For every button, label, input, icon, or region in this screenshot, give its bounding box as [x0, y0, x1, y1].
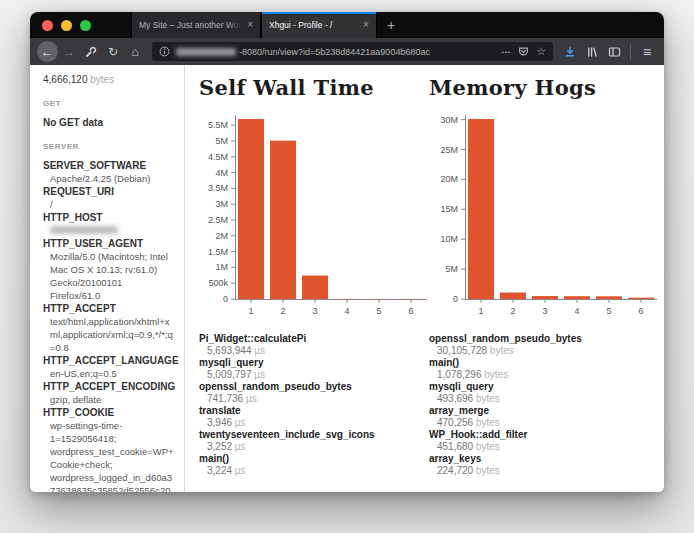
bookmark-star-icon[interactable]: ☆	[536, 45, 546, 58]
redacted-host	[176, 48, 236, 56]
function-value-unit: µs	[243, 393, 257, 404]
chart-bar[interactable]	[238, 119, 264, 299]
y-tick-label: 1.5M	[208, 247, 228, 257]
bytes-value: 4,666,120	[43, 74, 88, 85]
x-tick-label: 1	[478, 306, 483, 316]
redacted-value	[50, 226, 118, 234]
url-text: -8080/run/view?id=5b238d84421aa9004b680a…	[239, 47, 495, 57]
y-tick-label: 0	[453, 294, 458, 304]
tab-title: Xhgui - Profile - /	[269, 20, 358, 30]
sidebar-toggle-icon[interactable]	[603, 41, 625, 63]
x-tick-label: 5	[376, 306, 381, 316]
chart-bar[interactable]	[468, 119, 494, 299]
forward-button[interactable]: →	[58, 41, 80, 63]
function-name-link[interactable]: mysqli_query	[199, 357, 429, 369]
chart-bar[interactable]	[270, 141, 296, 299]
page-content: 4,666,120 bytes GETNo GET dataSERVERSERV…	[30, 65, 664, 492]
function-value: 3,946	[207, 417, 232, 428]
profile-charts-area: Self Wall Time 0500k1M1.5M2M2.5M3M3.5M4M…	[185, 65, 664, 492]
function-value-unit: bytes	[473, 465, 500, 476]
window-minimize-button[interactable]	[61, 20, 72, 31]
site-info-icon[interactable]	[159, 46, 170, 57]
y-tick-label: 2M	[215, 231, 228, 241]
request-info-sidebar: 4,666,120 bytes GETNo GET dataSERVERSERV…	[30, 65, 185, 492]
function-value-unit: µs	[232, 465, 246, 476]
function-name-link[interactable]: main()	[429, 357, 659, 369]
menu-button[interactable]: ≡	[636, 41, 658, 63]
server-key: HTTP_USER_AGENT	[43, 237, 174, 250]
function-name-link[interactable]: Pi_Widget::calculatePi	[199, 333, 429, 345]
bytes-summary: 4,666,120 bytes	[43, 73, 174, 86]
chart-bar[interactable]	[628, 298, 654, 299]
pocket-icon[interactable]	[518, 46, 529, 57]
y-tick-label: 25M	[440, 145, 458, 155]
tab-my-site[interactable]: My Site – Just another WordPress s ×	[131, 12, 261, 38]
x-tick-label: 3	[542, 306, 547, 316]
server-key: HTTP_HOST	[43, 211, 174, 224]
chart-bar[interactable]	[302, 276, 328, 299]
function-value-row: 224,720 bytes	[429, 465, 659, 477]
library-icon[interactable]	[581, 41, 603, 63]
tab-close-icon[interactable]: ×	[247, 20, 253, 30]
address-bar[interactable]: -8080/run/view?id=5b238d84421aa9004b680a…	[152, 42, 553, 61]
function-name-link[interactable]: openssl_random_pseudo_bytes	[199, 381, 429, 393]
function-value-unit: µs	[252, 369, 266, 380]
function-value-row: 451,680 bytes	[429, 441, 659, 453]
function-name-link[interactable]: translate	[199, 405, 429, 417]
function-name-link[interactable]: array_keys	[429, 453, 659, 465]
function-value-row: 741,736 µs	[199, 393, 429, 405]
wrench-icon[interactable]	[80, 41, 102, 63]
tab-xhgui-profile[interactable]: Xhgui - Profile - / ×	[261, 12, 377, 38]
chart-bar[interactable]	[564, 296, 590, 299]
memory-hogs-bar-chart: 05M10M15M20M25M30M123456	[429, 109, 661, 323]
server-value: wp-settings-time-1=1529056418; wordpress…	[43, 419, 174, 492]
function-name-link[interactable]: twentyseventeen_include_svg_icons	[199, 429, 429, 441]
x-tick-label: 1	[248, 306, 253, 316]
server-key: HTTP_COOKIE	[43, 406, 174, 419]
download-icon[interactable]	[559, 41, 581, 63]
x-tick-label: 6	[638, 306, 643, 316]
server-value: en-US,en;q=0.5	[43, 367, 174, 380]
tab-close-icon[interactable]: ×	[363, 20, 369, 30]
x-tick-label: 6	[408, 306, 413, 316]
chart-bar[interactable]	[500, 293, 526, 299]
page-actions-icon[interactable]: •••	[502, 49, 511, 55]
function-name-link[interactable]: mysqli_query	[429, 381, 659, 393]
window-close-button[interactable]	[42, 20, 53, 31]
function-value-row: 3,252 µs	[199, 441, 429, 453]
tab-title: My Site – Just another WordPress s	[139, 20, 242, 30]
server-value: text/html,application/xhtml+xml,applicat…	[43, 315, 174, 354]
function-value-row: 30,105,728 bytes	[429, 345, 659, 357]
window-zoom-button[interactable]	[80, 20, 91, 31]
back-button[interactable]: ←	[36, 41, 58, 63]
function-value: 741,736	[207, 393, 243, 404]
new-tab-button[interactable]: +	[377, 12, 405, 38]
chart-bar[interactable]	[596, 296, 622, 299]
home-button[interactable]: ⌂	[124, 41, 146, 63]
server-value-redacted	[43, 224, 174, 237]
function-name-link[interactable]: main()	[199, 453, 429, 465]
server-value: Mozilla/5.0 (Macintosh; Intel Mac OS X 1…	[43, 250, 174, 302]
function-name-link[interactable]: WP_Hook::add_filter	[429, 429, 659, 441]
y-tick-label: 30M	[440, 115, 458, 125]
function-value: 30,105,728	[437, 345, 487, 356]
function-value-unit: µs	[252, 345, 266, 356]
function-value: 493,696	[437, 393, 473, 404]
chart-bar[interactable]	[532, 296, 558, 299]
x-tick-label: 2	[510, 306, 515, 316]
bytes-unit: bytes	[90, 74, 114, 85]
toolbar-separator	[630, 44, 631, 60]
chart-title-self-wall-time: Self Wall Time	[199, 75, 429, 101]
x-tick-label: 5	[606, 306, 611, 316]
function-name-link[interactable]: array_merge	[429, 405, 659, 417]
refresh-button[interactable]: ↻	[102, 41, 124, 63]
self-wall-time-bar-chart: 0500k1M1.5M2M2.5M3M3.5M4M4.5M5M5.5M12345…	[199, 109, 431, 323]
server-key: HTTP_ACCEPT	[43, 302, 174, 315]
x-tick-label: 3	[312, 306, 317, 316]
y-tick-label: 1M	[215, 262, 228, 272]
function-value: 5,693,944	[207, 345, 252, 356]
server-key: HTTP_ACCEPT_ENCODING	[43, 380, 174, 393]
function-value-unit: bytes	[473, 441, 500, 452]
server-value: gzip, deflate	[43, 393, 174, 406]
function-name-link[interactable]: openssl_random_pseudo_bytes	[429, 333, 659, 345]
